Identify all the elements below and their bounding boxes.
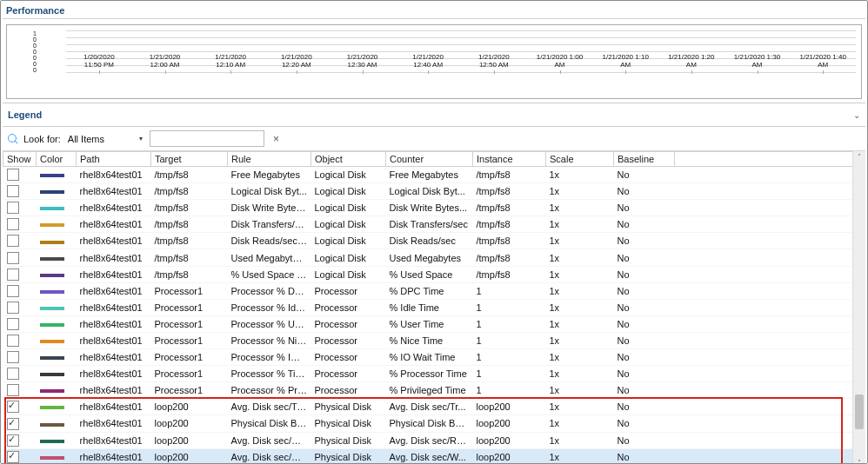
scroll-thumb[interactable]: [855, 394, 864, 429]
show-checkbox[interactable]: [7, 451, 19, 463]
chevron-down-icon[interactable]: ⌄: [853, 110, 860, 120]
table-row[interactable]: rhel8x64test01/tmp/fs8% Used Space (...L…: [3, 266, 853, 282]
table-row[interactable]: rhel8x64test01loop200Avg. Disk sec/Tr...…: [3, 399, 853, 415]
table-row[interactable]: rhel8x64test01/tmp/fs8Disk Reads/sec (..…: [3, 233, 853, 249]
show-cell[interactable]: [3, 332, 37, 348]
show-cell[interactable]: [3, 349, 37, 366]
scale-cell: 1x: [546, 233, 614, 249]
col-counter[interactable]: Counter: [386, 152, 473, 167]
table-row[interactable]: rhel8x64test01loop200Physical Disk Byt..…: [3, 415, 853, 432]
table-row[interactable]: rhel8x64test01Processor1Processor % Idle…: [3, 299, 853, 315]
show-cell[interactable]: [3, 200, 37, 216]
baseline-cell: No: [614, 216, 675, 233]
rule-cell: Avg. Disk sec/Tr...: [228, 399, 311, 415]
show-checkbox[interactable]: [7, 202, 19, 214]
path-cell: rhel8x64test01: [77, 432, 151, 448]
show-checkbox[interactable]: [7, 401, 19, 413]
show-checkbox[interactable]: [7, 218, 19, 230]
col-scale[interactable]: Scale: [546, 152, 614, 167]
table-row[interactable]: rhel8x64test01/tmp/fs8Free MegabytesLogi…: [3, 167, 853, 183]
scale-cell: 1x: [546, 382, 614, 399]
target-cell: /tmp/fs8: [151, 216, 228, 233]
table-row[interactable]: rhel8x64test01Processor1Processor % DP..…: [3, 282, 853, 299]
show-cell[interactable]: [3, 233, 37, 249]
rule-cell: Avg. Disk sec/Re...: [228, 432, 311, 448]
baseline-cell: No: [614, 233, 675, 249]
table-row[interactable]: rhel8x64test01Processor1Processor % Priv…: [3, 382, 853, 399]
baseline-cell: No: [614, 332, 675, 348]
show-cell[interactable]: [3, 167, 37, 183]
col-color[interactable]: Color: [37, 152, 77, 167]
show-checkbox[interactable]: [7, 185, 19, 197]
show-cell[interactable]: [3, 282, 37, 299]
instance-cell: 1: [473, 349, 546, 366]
show-checkbox[interactable]: [7, 235, 19, 247]
clear-filter-button[interactable]: ×: [270, 133, 283, 145]
show-cell[interactable]: [3, 249, 37, 266]
show-cell[interactable]: [3, 216, 37, 233]
show-checkbox[interactable]: [7, 418, 19, 430]
show-checkbox[interactable]: [7, 335, 19, 347]
table-row[interactable]: rhel8x64test01/tmp/fs8Logical Disk Byt..…: [3, 183, 853, 200]
col-object[interactable]: Object: [311, 152, 386, 167]
show-cell[interactable]: [3, 432, 37, 448]
scroll-up-icon[interactable]: ˄: [853, 151, 865, 163]
table-row[interactable]: rhel8x64test01loop200Avg. Disk sec/W...P…: [3, 448, 853, 464]
table-row[interactable]: rhel8x64test01Processor1Processor % IO T…: [3, 349, 853, 366]
counter-cell: Disk Write Bytes...: [386, 200, 473, 216]
table-row[interactable]: rhel8x64test01/tmp/fs8Disk Write Bytes..…: [3, 200, 853, 216]
col-rule[interactable]: Rule: [228, 152, 311, 167]
show-cell[interactable]: [3, 266, 37, 282]
counter-cell: % Nice Time: [386, 332, 473, 348]
legend-header[interactable]: Legend ⌄: [3, 103, 865, 127]
legend-grid[interactable]: Show Color Path Target Rule Object Count…: [3, 151, 853, 464]
counter-cell: % Processor Time: [386, 366, 473, 382]
col-instance[interactable]: Instance: [473, 152, 546, 167]
performance-chart[interactable]: 1000000 1/20/202011:50 PM1/21/202012:00 …: [6, 24, 862, 99]
color-swatch: [40, 389, 64, 393]
show-checkbox[interactable]: [7, 285, 19, 297]
show-cell[interactable]: [3, 399, 37, 415]
show-cell[interactable]: [3, 315, 37, 332]
col-path[interactable]: Path: [77, 152, 151, 167]
color-cell: [37, 448, 77, 464]
table-row[interactable]: rhel8x64test01/tmp/fs8Disk Transfers/s..…: [3, 216, 853, 233]
filter-input[interactable]: [150, 130, 264, 147]
target-cell: loop200: [151, 432, 228, 448]
scale-cell: 1x: [546, 216, 614, 233]
object-cell: Processor: [311, 282, 386, 299]
color-swatch: [40, 406, 64, 409]
counter-cell: % User Time: [386, 315, 473, 332]
show-cell[interactable]: [3, 183, 37, 200]
target-cell: loop200: [151, 415, 228, 432]
show-cell[interactable]: [3, 415, 37, 432]
show-checkbox[interactable]: [7, 302, 19, 314]
show-checkbox[interactable]: [7, 318, 19, 330]
show-cell[interactable]: [3, 382, 37, 399]
scroll-down-icon[interactable]: ˅: [853, 457, 865, 464]
show-cell[interactable]: [3, 448, 37, 464]
show-cell[interactable]: [3, 366, 37, 382]
vertical-scrollbar[interactable]: ˄ ˅: [852, 151, 865, 464]
col-baseline[interactable]: Baseline: [614, 152, 675, 167]
table-row[interactable]: rhel8x64test01/tmp/fs8Used Megabytes ...…: [3, 249, 853, 266]
counter-cell: Used Megabytes: [386, 249, 473, 266]
table-row[interactable]: rhel8x64test01loop200Avg. Disk sec/Re...…: [3, 432, 853, 448]
show-checkbox[interactable]: [7, 169, 19, 181]
lookfor-combo[interactable]: All Items ▾: [66, 133, 144, 145]
show-checkbox[interactable]: [7, 268, 19, 281]
table-row[interactable]: rhel8x64test01Processor1Processor % Tim.…: [3, 366, 853, 382]
col-show[interactable]: Show: [3, 152, 37, 167]
show-checkbox[interactable]: [7, 384, 19, 396]
show-checkbox[interactable]: [7, 368, 19, 380]
legend-title: Legend: [8, 109, 42, 120]
show-checkbox[interactable]: [7, 434, 19, 447]
instance-cell: 1: [473, 332, 546, 348]
show-cell[interactable]: [3, 299, 37, 315]
show-checkbox[interactable]: [7, 252, 19, 264]
table-row[interactable]: rhel8x64test01Processor1Processor % Use.…: [3, 315, 853, 332]
col-target[interactable]: Target: [151, 152, 228, 167]
show-checkbox[interactable]: [7, 351, 19, 363]
instance-cell: loop200: [473, 399, 546, 415]
table-row[interactable]: rhel8x64test01Processor1Processor % Nic.…: [3, 332, 853, 348]
